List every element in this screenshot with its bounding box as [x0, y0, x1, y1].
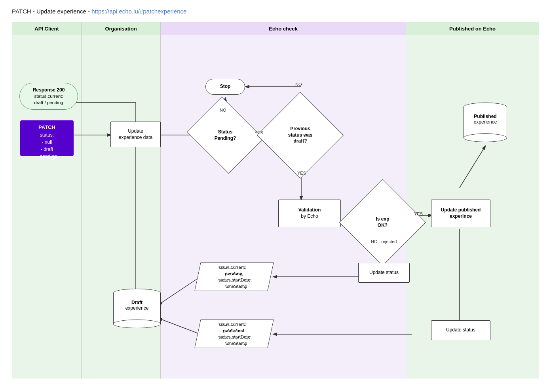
draft-experience-cylinder: Draftexperience: [113, 289, 161, 328]
stop-oval: Stop: [205, 79, 245, 95]
patch-box: PATCH status:- null- draft- pending: [20, 120, 74, 156]
shapes-layer: PATCH status:- null- draft- pending Resp…: [12, 35, 539, 366]
label-no-prev-draft: NO: [295, 82, 302, 87]
api-link[interactable]: https://api.echo.lu/#patchexperience: [91, 8, 186, 15]
lane-header-published: Published on Echo: [406, 22, 539, 35]
diagram: API Client Organisation Echo check Publi…: [12, 22, 538, 378]
update-experience-rect: Updateexperience data: [110, 122, 161, 147]
update-status-rejected-rect: Update status: [358, 263, 410, 283]
lane-header-echo: Echo check: [161, 22, 406, 35]
label-yes-prev-draft: YES: [297, 171, 306, 175]
response200-box: Response 200 status.current:draft / pend…: [19, 83, 78, 110]
lane-header-org: Organisation: [82, 22, 161, 35]
label-yes-is-exp-ok: YES: [414, 211, 423, 216]
label-yes-status-pending: YES: [255, 130, 263, 135]
status-pending-diamond: StatusPending?: [196, 110, 255, 160]
update-published-rect: Update publishedexperince: [431, 200, 490, 227]
published-experience-cylinder: Publishedexperience: [464, 103, 507, 142]
page-title: PATCH - Update experience - https://api.…: [12, 8, 539, 15]
lane-headers: API Client Organisation Echo check Publi…: [12, 22, 539, 35]
prev-status-diamond: Previousstatus wasdraft?: [270, 105, 331, 166]
label-no-status-pending: NO: [220, 108, 226, 112]
validation-rect: Validationby Echo: [278, 200, 341, 227]
label-no-is-exp-ok: NO - rejected: [371, 239, 397, 244]
published-status-para: staus.current:publishedstatus.startDate:…: [198, 320, 271, 348]
pending-status-para: staus.current:pendingstatus.startDate:ti…: [198, 263, 271, 291]
update-status-published-rect: Update status: [431, 320, 490, 340]
lane-header-api: API Client: [12, 22, 82, 35]
